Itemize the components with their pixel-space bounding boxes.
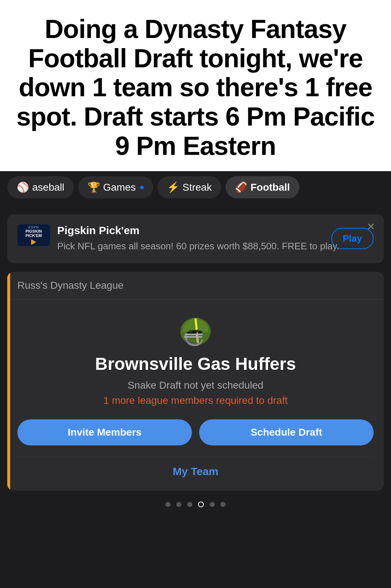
- pigskin-logo-espn: ESPN: [29, 225, 39, 229]
- card-divider: [17, 456, 374, 457]
- football-icon: 🏈: [235, 181, 248, 193]
- dynasty-card-header: Russ's Dynasty League: [7, 272, 384, 300]
- team-name: Brownsville Gas Huffers: [17, 354, 374, 374]
- dynasty-league-name: Russ's Dynasty League: [17, 280, 123, 291]
- pigskin-card: ESPN PIGSKINPICK'EM Pigskin Pick'em Pick…: [7, 214, 384, 263]
- league-warning: 1 more league members required to draft: [17, 395, 374, 406]
- pigskin-desc: Pick NFL games all season! 60 prizes wor…: [57, 240, 374, 253]
- action-buttons: Invite Members Schedule Draft: [17, 419, 374, 445]
- tab-games-label: Games: [103, 182, 136, 193]
- tab-baseball[interactable]: ⚾ aseball: [7, 176, 74, 198]
- svg-point-4: [189, 330, 192, 333]
- carousel-dot-5[interactable]: [210, 502, 215, 507]
- svg-point-5: [196, 330, 199, 333]
- carousel-dot-3[interactable]: [187, 502, 192, 507]
- my-team-link[interactable]: My Team: [17, 465, 374, 478]
- carousel-dot-2[interactable]: [176, 502, 181, 507]
- tab-baseball-label: aseball: [32, 182, 64, 193]
- tab-games[interactable]: 🏆 Games: [78, 176, 153, 198]
- main-content: ESPN PIGSKINPICK'EM Pigskin Pick'em Pick…: [0, 203, 391, 588]
- invite-members-button[interactable]: Invite Members: [17, 419, 192, 445]
- games-icon: 🏆: [88, 181, 100, 193]
- carousel-dot-6[interactable]: [220, 502, 226, 507]
- page-title: Doing a Dynasty Fantasy Football Draft t…: [11, 14, 380, 160]
- draft-status: Snake Draft not yet scheduled: [17, 380, 374, 391]
- games-dot: [140, 186, 144, 189]
- streak-icon: ⚡: [167, 181, 180, 193]
- pigskin-logo-text: PIGSKINPICK'EM: [25, 229, 42, 238]
- tab-streak-label: Streak: [182, 182, 212, 193]
- tab-football[interactable]: 🏈 Football: [226, 176, 299, 198]
- carousel-dot-4[interactable]: [198, 502, 204, 507]
- baseball-icon: ⚾: [17, 181, 29, 193]
- nav-tabs: ⚾ aseball 🏆 Games ⚡ Streak 🏈 Football: [0, 171, 391, 203]
- pigskin-title: Pigskin Pick'em: [57, 224, 374, 237]
- tab-streak[interactable]: ⚡ Streak: [157, 176, 221, 198]
- schedule-draft-button[interactable]: Schedule Draft: [199, 419, 374, 445]
- header-section: Doing a Dynasty Fantasy Football Draft t…: [0, 0, 391, 171]
- pigskin-body: Pigskin Pick'em Pick NFL games all seaso…: [57, 224, 374, 253]
- team-helmet-icon: [177, 314, 214, 347]
- dynasty-card-body: Brownsville Gas Huffers Snake Draft not …: [7, 300, 384, 491]
- pigskin-logo-arrow: [31, 239, 36, 245]
- pigskin-logo: ESPN PIGSKINPICK'EM: [17, 224, 50, 246]
- tab-football-label: Football: [251, 182, 290, 193]
- carousel-dots: [7, 491, 384, 515]
- pigskin-close-button[interactable]: ✕: [367, 221, 375, 233]
- carousel-dot-1[interactable]: [165, 502, 171, 507]
- dynasty-card: Russ's Dynasty League: [7, 272, 384, 491]
